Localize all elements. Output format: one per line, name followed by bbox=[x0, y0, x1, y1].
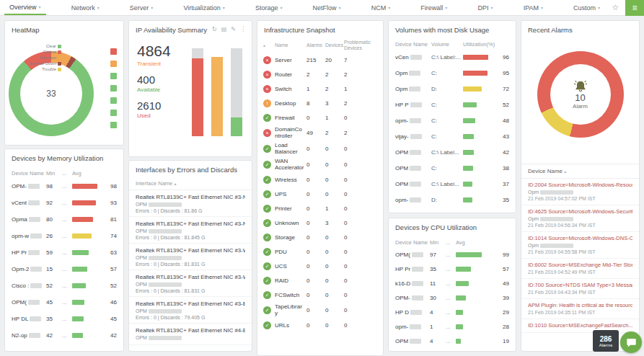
heat-cell[interactable] bbox=[110, 61, 117, 67]
alarm-item[interactable]: ID:6002 Source=MSExchange Mid-Tier Stora… bbox=[521, 259, 639, 279]
tab-ncm[interactable]: NCM▾ bbox=[366, 0, 396, 15]
table-row[interactable]: vijay-C:43 bbox=[389, 128, 516, 144]
tab-server[interactable]: Server▾ bbox=[125, 0, 159, 15]
legend-label: Critical bbox=[43, 49, 56, 55]
table-row[interactable]: Opma80...81 bbox=[5, 211, 123, 228]
table-row[interactable]: opm-w26...74 bbox=[5, 228, 123, 244]
tab-network[interactable]: Network▾ bbox=[66, 0, 105, 15]
table-row[interactable]: k16-D11...49 bbox=[389, 276, 516, 290]
alarm-item[interactable]: APM Plugin: Health is critical as the re… bbox=[521, 299, 639, 319]
table-row[interactable]: ×Server215207 bbox=[257, 53, 383, 67]
table-row[interactable]: ✓Storage000 bbox=[257, 230, 383, 244]
bar-segment bbox=[192, 58, 203, 136]
table-row[interactable]: ✓TapeLibrary000 bbox=[257, 302, 383, 318]
table-row[interactable]: OpmC:95 bbox=[389, 65, 516, 81]
table-row[interactable]: HP DL35...45 bbox=[5, 311, 123, 327]
alarm-item[interactable]: ID:2004 Source=Microsoft-Windows-Resourc… bbox=[521, 179, 639, 205]
table-row[interactable]: ✓UCS000 bbox=[257, 259, 383, 273]
list-item[interactable]: Realtek RTL8139C+ Fast Ethernet NIC #3-W… bbox=[129, 270, 252, 297]
tab-dpi[interactable]: DPI▾ bbox=[472, 0, 498, 15]
table-row[interactable]: ×Router222 bbox=[257, 67, 383, 81]
favorite-star-icon[interactable]: ☆ bbox=[605, 3, 625, 12]
table-row[interactable]: ×DomainController4922 bbox=[257, 125, 383, 141]
layout-icon[interactable]: ▤ bbox=[221, 26, 227, 32]
table-row[interactable]: ✓Firewall010 bbox=[257, 110, 383, 125]
tab-netflow[interactable]: NetFlow▾ bbox=[308, 0, 346, 15]
stacked-bar[interactable] bbox=[231, 48, 242, 136]
list-item[interactable]: Realtek RTL8139C+ Fast Ethernet NIC #3-N… bbox=[129, 217, 252, 244]
tab-virtualization[interactable]: Virtualization▾ bbox=[178, 0, 229, 15]
stacked-bar[interactable] bbox=[192, 48, 203, 136]
list-item[interactable]: Realtek RTL8139C+ Fast Ethernet NIC #3-N… bbox=[129, 190, 252, 217]
redacted-text bbox=[30, 283, 42, 288]
interface-stats: Errors : 0 | Discards : 81.845 G bbox=[136, 235, 245, 240]
problematic-count: 0 bbox=[344, 322, 379, 329]
table-row[interactable]: OPM(45...46 bbox=[5, 294, 123, 311]
edit-icon[interactable]: ✎ bbox=[231, 26, 236, 32]
alarm-count-badge[interactable]: 286 Alarms bbox=[593, 330, 619, 352]
alarm-item[interactable]: ID:700 Source=NTDS ISAM Type=3 Message=N… bbox=[521, 279, 639, 299]
chat-button[interactable] bbox=[620, 331, 642, 353]
tab-ipam[interactable]: IPAM▾ bbox=[519, 0, 548, 15]
tab-firewall[interactable]: Firewall▾ bbox=[415, 0, 452, 15]
table-row[interactable]: OPMC:\ Label...42 bbox=[389, 144, 516, 160]
table-row[interactable]: OPM4...19 bbox=[389, 334, 516, 348]
stacked-bar[interactable] bbox=[211, 57, 223, 136]
table-row[interactable]: OPM-98...98 bbox=[5, 178, 123, 195]
table-row[interactable]: ✓FCSwitch000 bbox=[257, 288, 383, 302]
list-item[interactable]: Realtek RTL8139C+ Fast Ethernet NIC #3-W… bbox=[129, 244, 252, 270]
table-row[interactable]: ✓RAID000 bbox=[257, 273, 383, 288]
heat-cell[interactable] bbox=[110, 110, 117, 116]
heat-cell[interactable] bbox=[110, 122, 117, 128]
list-item[interactable]: Realtek RTL8139C+ Fast Ethernet NIC #3-E… bbox=[129, 297, 252, 324]
table-row[interactable]: opm-C:48 bbox=[389, 112, 516, 128]
table-row[interactable]: !Desktop832 bbox=[257, 96, 383, 110]
table-row[interactable]: HP Pr59...63 bbox=[5, 244, 123, 261]
table-row[interactable]: OPM-30...39 bbox=[389, 290, 516, 305]
table-row[interactable]: ✓Printer010 bbox=[257, 201, 383, 215]
avg-value: 99 bbox=[503, 252, 509, 258]
table-row[interactable]: HP D4...29 bbox=[389, 305, 516, 319]
tab-overview[interactable]: Overview▾ bbox=[4, 0, 46, 15]
table-row[interactable]: OpmD:72 bbox=[389, 81, 516, 97]
alarm-item[interactable]: ID:1010 Source=MSExchangeFastSearch... bbox=[521, 319, 639, 333]
table-row[interactable]: Opm-215...57 bbox=[5, 261, 123, 277]
table-row[interactable]: ✓Wireless000 bbox=[257, 172, 383, 187]
list-item[interactable]: Realtek RTL8139C+ Fast Ethernet NIC #4-E… bbox=[129, 324, 252, 345]
table-row[interactable]: Cisco :52...52 bbox=[5, 277, 123, 294]
table-row[interactable]: opm-1...28 bbox=[389, 319, 516, 334]
sort-caret-icon[interactable]: ▴ bbox=[263, 43, 275, 48]
heat-cell[interactable] bbox=[110, 73, 117, 79]
table-row[interactable]: N2-op42...42 bbox=[5, 327, 123, 344]
hamburger-menu-button[interactable]: ≡ bbox=[625, 0, 644, 16]
table-row[interactable]: ✓Unknown030 bbox=[257, 215, 383, 230]
table-row[interactable]: OPMC:\ Label...37 bbox=[389, 176, 516, 192]
heat-cell[interactable] bbox=[110, 97, 117, 104]
table-row[interactable]: HP PC:52 bbox=[389, 97, 516, 112]
refresh-icon[interactable]: ↻ bbox=[212, 26, 217, 32]
table-row[interactable]: OPM(97...99 bbox=[389, 247, 516, 262]
table-row[interactable]: ×Switch121 bbox=[257, 81, 383, 96]
list-header[interactable]: Interface Name ▴ bbox=[129, 177, 252, 190]
table-row[interactable]: vCent92...93 bbox=[5, 195, 123, 211]
heat-cell[interactable] bbox=[110, 48, 117, 55]
device-name: Opm bbox=[395, 70, 431, 76]
heat-cell[interactable] bbox=[110, 85, 117, 92]
table-row[interactable]: ✓Load Balancer000 bbox=[257, 141, 383, 156]
table-row[interactable]: ✓UPS000 bbox=[257, 187, 383, 201]
alarm-item[interactable]: ID:1014 Source=Microsoft-Windows-DNS-Cli… bbox=[521, 232, 639, 259]
table-row[interactable]: ✓PDU000 bbox=[257, 244, 383, 259]
alarm-item[interactable]: ID:4625 Source=Microsoft-Windows-Securit… bbox=[521, 205, 639, 232]
list-header[interactable]: Device Name ▴ bbox=[521, 164, 639, 179]
table-row[interactable]: vCenC:\ Label:...96 bbox=[389, 49, 516, 65]
alarms-donut-chart[interactable]: 10 Alarm bbox=[537, 51, 624, 138]
tab-custom[interactable]: Custom▾ bbox=[568, 0, 605, 15]
table-row[interactable]: opm-D:35 bbox=[389, 192, 516, 208]
table-row[interactable]: HP Pr35...57 bbox=[389, 262, 516, 276]
table-row[interactable]: ✓URLs000 bbox=[257, 318, 383, 332]
more-options-icon[interactable]: ⋮ bbox=[240, 26, 246, 32]
table-row[interactable]: OPMC:38 bbox=[389, 160, 516, 176]
tab-storage[interactable]: Storage▾ bbox=[250, 0, 288, 15]
device-name: OPM- bbox=[12, 183, 46, 190]
table-row[interactable]: ✓WAN Accelerator000 bbox=[257, 156, 383, 172]
